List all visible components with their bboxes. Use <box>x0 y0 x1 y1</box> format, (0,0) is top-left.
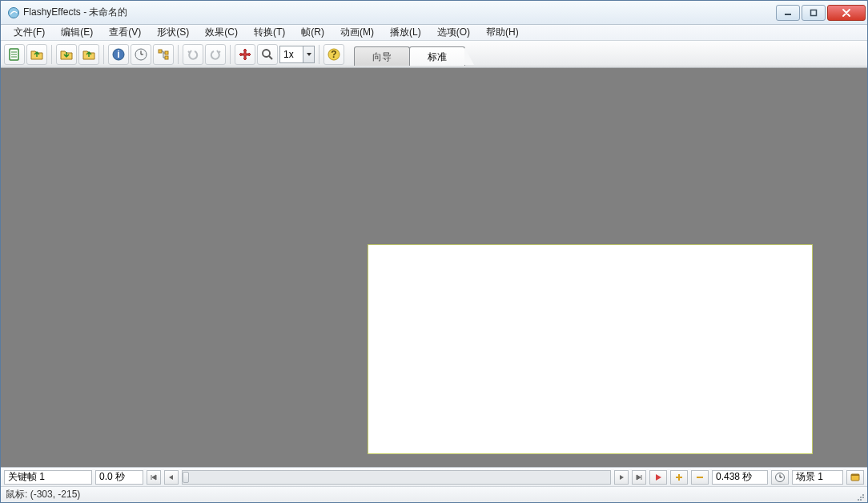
prev-frame-button[interactable] <box>164 470 179 485</box>
clock-button[interactable] <box>131 44 151 65</box>
redo-button[interactable] <box>205 44 226 65</box>
window-title: FlashyEffects - 未命名的 <box>23 6 774 19</box>
toolbar: i 1x ? 向导 标准 <box>1 41 867 68</box>
mode-tabbar: 向导 标准 <box>354 43 464 66</box>
menu-options[interactable]: 选项(O) <box>429 24 478 41</box>
remove-frame-button[interactable] <box>691 470 709 485</box>
last-frame-button[interactable] <box>632 470 646 485</box>
menu-view[interactable]: 查看(V) <box>101 24 149 41</box>
zoom-select[interactable]: 1x <box>279 46 315 63</box>
toolbar-separator <box>103 45 104 64</box>
export-button[interactable] <box>78 44 99 65</box>
stage[interactable] <box>368 244 813 454</box>
tab-wizard[interactable]: 向导 <box>354 46 410 66</box>
toolbar-separator <box>230 45 231 64</box>
resize-grip[interactable] <box>854 491 866 502</box>
move-button[interactable] <box>235 44 255 65</box>
save-button[interactable] <box>56 44 77 65</box>
svg-point-0 <box>9 7 19 18</box>
scene-menu-button[interactable] <box>846 470 864 485</box>
timeline-scrollbar[interactable] <box>182 470 611 485</box>
app-icon <box>7 6 20 19</box>
zoom-dropdown-icon[interactable] <box>303 46 314 62</box>
first-frame-button[interactable] <box>147 470 161 485</box>
time-field[interactable]: 0.0 秒 <box>95 470 143 485</box>
svg-text:i: i <box>117 49 119 60</box>
timing-button[interactable] <box>771 470 789 485</box>
menu-animation[interactable]: 动画(M) <box>332 24 382 41</box>
zoom-button[interactable] <box>257 44 278 65</box>
toolbar-separator <box>51 45 52 64</box>
menu-transform[interactable]: 转换(T) <box>246 24 293 41</box>
timeline-bar: 关键帧 1 0.0 秒 0.438 秒 场景 1 <box>1 467 867 486</box>
tab-standard[interactable]: 标准 <box>409 46 465 66</box>
toolbar-separator <box>178 45 179 64</box>
canvas-area[interactable] <box>1 68 867 467</box>
new-button[interactable] <box>4 44 25 65</box>
svg-point-15 <box>263 50 270 57</box>
zoom-value: 1x <box>280 49 303 60</box>
play-button[interactable] <box>649 470 667 485</box>
svg-text:?: ? <box>331 49 336 60</box>
menu-play[interactable]: 播放(L) <box>382 24 429 41</box>
menu-shape[interactable]: 形状(S) <box>149 24 197 41</box>
scene-field[interactable]: 场景 1 <box>792 470 843 485</box>
add-frame-button[interactable] <box>670 470 688 485</box>
window-buttons <box>774 5 866 21</box>
tree-button[interactable] <box>153 44 174 65</box>
help-button[interactable]: ? <box>323 44 344 65</box>
duration-field[interactable]: 0.438 秒 <box>712 470 768 485</box>
menu-bar: 文件(F) 编辑(E) 查看(V) 形状(S) 效果(C) 转换(T) 帧(R)… <box>1 25 867 41</box>
toolbar-separator <box>319 45 319 64</box>
svg-rect-2 <box>811 10 817 15</box>
svg-rect-14 <box>165 56 168 59</box>
open-button[interactable] <box>26 44 47 65</box>
mouse-coordinates: 鼠标: (-303, -215) <box>6 488 80 501</box>
menu-frame[interactable]: 帧(R) <box>293 24 332 41</box>
svg-line-16 <box>269 56 272 59</box>
title-bar: FlashyEffects - 未命名的 <box>1 1 867 25</box>
menu-edit[interactable]: 编辑(E) <box>53 24 101 41</box>
menu-effects[interactable]: 效果(C) <box>197 24 246 41</box>
maximize-button[interactable] <box>802 5 826 21</box>
minimize-button[interactable] <box>776 5 800 21</box>
svg-rect-23 <box>851 474 859 476</box>
undo-button[interactable] <box>183 44 203 65</box>
info-button[interactable]: i <box>108 44 129 65</box>
status-bar: 鼠标: (-303, -215) <box>1 486 867 502</box>
close-button[interactable] <box>827 5 866 21</box>
menu-help[interactable]: 帮助(H) <box>478 24 527 41</box>
svg-rect-13 <box>165 51 168 54</box>
next-frame-button[interactable] <box>614 470 629 485</box>
svg-rect-12 <box>159 50 162 53</box>
keyframe-field[interactable]: 关键帧 1 <box>4 470 92 485</box>
scrollbar-thumb[interactable] <box>183 472 189 483</box>
menu-file[interactable]: 文件(F) <box>6 24 53 41</box>
